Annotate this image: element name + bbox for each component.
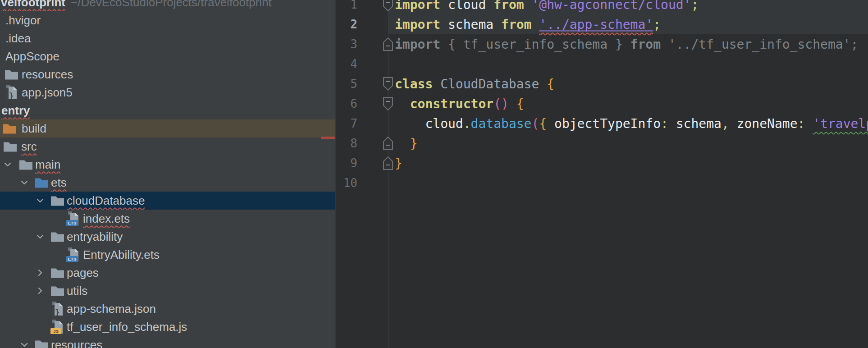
- tree-item-label: .idea: [5, 32, 31, 46]
- folder-icon: [50, 231, 64, 243]
- tree-item-pages[interactable]: pages: [0, 264, 335, 282]
- fold-marker-end-icon[interactable]: [383, 156, 393, 170]
- tree-item-label: resources: [51, 338, 102, 348]
- tree-item-build[interactable]: build: [0, 119, 335, 137]
- tree-item-label: entry: [1, 104, 30, 118]
- svg-text:{}: {}: [50, 308, 59, 316]
- code-text: cloud.database({ objectTypeInfo: schema,…: [395, 116, 868, 131]
- svg-text:ETS: ETS: [68, 256, 76, 261]
- tree-item-entry[interactable]: entry: [0, 101, 335, 119]
- project-root-label: velfootprint: [1, 0, 65, 9]
- tree-item-utils[interactable]: utils: [0, 282, 335, 300]
- code-line-8[interactable]: 8 }: [336, 133, 868, 153]
- svg-text:{}: {}: [5, 92, 14, 100]
- tree-item-tf-user-info-schema-js[interactable]: JStf_user_info_schema.js: [0, 318, 335, 336]
- tree-item-label: src: [21, 140, 37, 154]
- tree-item-entryability[interactable]: entryability: [0, 228, 335, 246]
- tree-item-label: app-schema.json: [67, 302, 156, 316]
- code-text: }: [395, 156, 402, 171]
- tree-item-label: EntryAbility.ets: [83, 248, 160, 262]
- code-line-4[interactable]: 4: [336, 54, 868, 74]
- folder-icon: [5, 69, 18, 80]
- code-text: }: [395, 136, 418, 151]
- folder-icon: [19, 159, 33, 170]
- ets-file-icon: ETS: [66, 211, 80, 226]
- folder-icon: [50, 195, 64, 206]
- js-file-icon: JS: [50, 319, 64, 334]
- code-line-3[interactable]: 3import { tf_user_info_schema } from '..…: [336, 34, 868, 54]
- line-number: 9: [336, 156, 357, 170]
- json-file-icon: {}: [50, 301, 64, 316]
- tree-item-resources[interactable]: resources: [0, 336, 335, 348]
- tree-item-appscope[interactable]: AppScope: [0, 47, 335, 65]
- ide-window: velfootprint~/DevEcoStudioProjects/trave…: [0, 0, 868, 348]
- code-line-5[interactable]: 5class CloudDatabase {: [336, 74, 868, 94]
- code-text: import cloud from '@hw-agconnect/cloud';: [395, 0, 699, 12]
- tree-item--hvigor[interactable]: .hvigor: [0, 11, 335, 29]
- line-number: 1: [336, 0, 357, 11]
- json-file-icon: {}: [5, 85, 18, 100]
- tree-item--idea[interactable]: .idea: [0, 29, 335, 47]
- code-text: class CloudDatabase {: [395, 77, 554, 92]
- fold-marker-start-icon[interactable]: [383, 97, 393, 110]
- line-number: 7: [336, 117, 357, 130]
- tree-item-clouddatabase[interactable]: cloudDatabase: [0, 192, 335, 210]
- tree-item-label: app.json5: [22, 86, 73, 100]
- tree-item-label: index.ets: [83, 212, 130, 226]
- ets-file-icon: ETS: [66, 247, 80, 262]
- tree-item-app-json5[interactable]: {}app.json5: [0, 83, 335, 101]
- code-line-7[interactable]: 7 cloud.database({ objectTypeInfo: schem…: [336, 114, 868, 133]
- tree-scrollbar-error-mark[interactable]: [321, 137, 336, 139]
- line-number: 10: [336, 176, 357, 190]
- chevron-right-icon[interactable]: [35, 286, 45, 296]
- code-line-10[interactable]: 10: [336, 173, 868, 193]
- line-number: 5: [336, 77, 357, 91]
- tree-item-ets[interactable]: ets: [0, 174, 335, 192]
- line-number: 4: [336, 57, 357, 71]
- tree-item-label: build: [22, 122, 46, 136]
- chevron-right-icon[interactable]: [35, 268, 45, 278]
- tree-item-label: cloudDatabase: [67, 194, 145, 208]
- tree-item-label: ets: [51, 176, 67, 190]
- tree-item-label: tf_user_info_schema.js: [67, 320, 187, 334]
- tree-item-label: utils: [67, 284, 87, 298]
- tree-item-index-ets[interactable]: ETSindex.ets: [0, 210, 335, 228]
- code-line-6[interactable]: 6 constructor() {: [336, 94, 868, 114]
- code-text: import { tf_user_info_schema } from '../…: [395, 37, 858, 52]
- tree-item-src[interactable]: src: [0, 137, 335, 156]
- fold-marker-end-icon[interactable]: [383, 37, 393, 51]
- folder-icon: [50, 267, 64, 279]
- chevron-down-icon[interactable]: [19, 178, 29, 188]
- folder-icon: [3, 141, 17, 152]
- code-lines: 1import cloud from '@hw-agconnect/cloud'…: [336, 0, 868, 193]
- line-number: 6: [336, 97, 357, 110]
- chevron-down-icon[interactable]: [35, 196, 45, 206]
- tree-item-app-schema-json[interactable]: {}app-schema.json: [0, 300, 335, 318]
- code-line-1[interactable]: 1import cloud from '@hw-agconnect/cloud'…: [336, 0, 868, 14]
- chevron-down-icon[interactable]: [3, 160, 13, 169]
- line-number: 2: [336, 18, 357, 31]
- project-tree-rows: velfootprint~/DevEcoStudioProjects/trave…: [0, 0, 335, 348]
- tree-item-label: .hvigor: [5, 14, 41, 27]
- tree-item-label: pages: [67, 266, 99, 280]
- code-line-2[interactable]: 2import schema from '../app-schema';: [336, 14, 868, 34]
- fold-marker-start-icon[interactable]: [383, 77, 393, 91]
- folder-build-icon: [3, 123, 17, 134]
- tree-item-label: resources: [22, 68, 73, 82]
- folder-icon: [50, 285, 64, 297]
- tree-item-entryability-ets[interactable]: ETSEntryAbility.ets: [0, 246, 335, 264]
- code-text: import schema from '../app-schema';: [395, 17, 661, 32]
- fold-marker-start-icon[interactable]: [383, 0, 393, 11]
- tree-item-main[interactable]: main: [0, 156, 335, 174]
- code-line-9[interactable]: 9}: [336, 153, 868, 173]
- tree-item-velfootprint[interactable]: velfootprint~/DevEcoStudioProjects/trave…: [0, 0, 335, 11]
- chevron-down-icon[interactable]: [35, 232, 45, 242]
- project-tree-panel: velfootprint~/DevEcoStudioProjects/trave…: [0, 0, 336, 348]
- tree-item-label: AppScope: [5, 50, 59, 64]
- code-editor[interactable]: 1import cloud from '@hw-agconnect/cloud'…: [336, 0, 868, 348]
- tree-item-resources[interactable]: resources: [0, 65, 335, 83]
- chevron-down-icon[interactable]: [19, 340, 29, 348]
- folder-icon: [35, 339, 49, 348]
- svg-text:ETS: ETS: [68, 220, 76, 225]
- fold-marker-end-icon[interactable]: [383, 137, 393, 150]
